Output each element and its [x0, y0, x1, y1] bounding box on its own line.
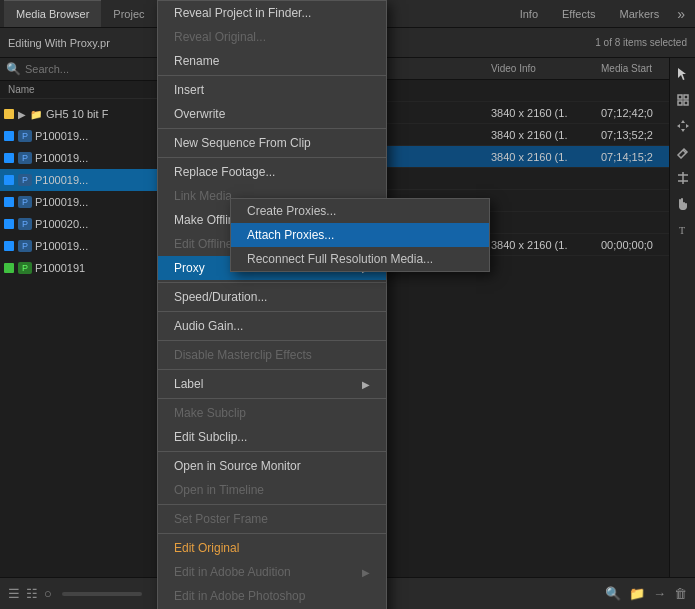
menu-disable-masterclip: Disable Masterclip Effects: [158, 343, 386, 367]
audition-arrow-icon: ▶: [362, 567, 370, 578]
clip-icon: P: [18, 152, 32, 164]
svg-marker-0: [678, 68, 686, 80]
list-item[interactable]: P P100020...: [0, 213, 164, 235]
clip-icon: P: [18, 240, 32, 252]
hand-icon[interactable]: [673, 194, 693, 214]
tree-label: P100019...: [35, 174, 88, 186]
tree-label: GH5 10 bit F: [46, 108, 108, 120]
zoom-slider[interactable]: [62, 592, 142, 596]
submenu-create-proxies[interactable]: Create Proxies...: [231, 199, 489, 223]
circle-status-icon[interactable]: ○: [44, 586, 52, 601]
name-column-header: Name: [8, 84, 35, 95]
menu-divider: [158, 504, 386, 505]
menu-insert[interactable]: Insert: [158, 78, 386, 102]
menu-label[interactable]: Label ▶: [158, 372, 386, 396]
menu-open-timeline: Open in Timeline: [158, 478, 386, 502]
grid-view-icon[interactable]: ☷: [26, 586, 38, 601]
color-dot: [4, 153, 14, 163]
list-item[interactable]: P P100019...: [0, 147, 164, 169]
svg-rect-2: [684, 95, 688, 99]
folder-icon: 📁: [29, 107, 43, 121]
color-dot: [4, 263, 14, 273]
tree-label: P100019...: [35, 196, 88, 208]
search-icon: 🔍: [6, 62, 21, 76]
move-icon[interactable]: [673, 116, 693, 136]
menu-divider: [158, 451, 386, 452]
tree-label: P100019...: [35, 130, 88, 142]
list-view-icon[interactable]: ☰: [8, 586, 20, 601]
label-arrow-icon: ▶: [362, 379, 370, 390]
trim-icon[interactable]: [673, 168, 693, 188]
arrow-status-icon[interactable]: →: [653, 586, 666, 601]
svg-rect-1: [678, 95, 682, 99]
tab-effects[interactable]: Effects: [550, 4, 607, 24]
row-videoinfo: 3840 x 2160 (1.: [491, 239, 601, 251]
clip-icon: P: [18, 218, 32, 230]
menu-audio-gain[interactable]: Audio Gain...: [158, 314, 386, 338]
menu-divider: [158, 128, 386, 129]
folder-status-icon[interactable]: 📁: [629, 586, 645, 601]
menu-rename[interactable]: Rename: [158, 49, 386, 73]
clip-icon: P: [18, 262, 32, 274]
selection-badge: 1 of 8 items selected: [595, 37, 687, 48]
list-item[interactable]: P P100019...: [0, 191, 164, 213]
menu-edit-audition: Edit in Adobe Audition ▶: [158, 560, 386, 584]
tab-markers[interactable]: Markers: [607, 4, 671, 24]
list-item[interactable]: P P100019...: [0, 235, 164, 257]
menu-speed-duration[interactable]: Speed/Duration...: [158, 285, 386, 309]
file-tree: ▶ 📁 GH5 10 bit F P P100019... P P100019.…: [0, 99, 164, 283]
svg-rect-4: [684, 101, 688, 105]
main-panel: Media Browser Projec Info Effects Marker…: [0, 0, 695, 609]
submenu-reconnect-full-res[interactable]: Reconnect Full Resolution Media...: [231, 247, 489, 271]
menu-divider: [158, 340, 386, 341]
project-name-label: Editing With Proxy.pr: [8, 37, 110, 49]
color-dot: [4, 175, 14, 185]
text-icon[interactable]: T: [673, 220, 693, 240]
clip-icon: P: [18, 174, 32, 186]
tab-more-button[interactable]: »: [671, 6, 691, 22]
menu-overwrite[interactable]: Overwrite: [158, 102, 386, 126]
menu-divider: [158, 282, 386, 283]
row-videoinfo: 3840 x 2160 (1.: [491, 107, 601, 119]
menu-reveal-project[interactable]: Reveal Project in Finder...: [158, 1, 386, 25]
svg-rect-3: [678, 101, 682, 105]
list-item[interactable]: ▶ 📁 GH5 10 bit F: [0, 103, 164, 125]
svg-text:T: T: [679, 225, 685, 236]
menu-set-poster-frame: Set Poster Frame: [158, 507, 386, 531]
tab-media-browser[interactable]: Media Browser: [4, 0, 101, 27]
menu-open-source-monitor[interactable]: Open in Source Monitor: [158, 454, 386, 478]
proxy-submenu: Create Proxies... Attach Proxies... Reco…: [230, 198, 490, 272]
context-menu: Reveal Project in Finder... Reveal Origi…: [157, 0, 387, 609]
tab-project[interactable]: Projec: [101, 0, 156, 27]
col-videoinfo-header: Video Info: [491, 63, 601, 74]
list-item[interactable]: P P100019...: [0, 169, 164, 191]
row-videoinfo: 3840 x 2160 (1.: [491, 151, 601, 163]
menu-new-sequence[interactable]: New Sequence From Clip: [158, 131, 386, 155]
menu-replace-footage[interactable]: Replace Footage...: [158, 160, 386, 184]
menu-divider: [158, 157, 386, 158]
menu-edit-original[interactable]: Edit Original: [158, 536, 386, 560]
svg-marker-8: [686, 124, 689, 128]
search-status-icon[interactable]: 🔍: [605, 586, 621, 601]
menu-divider: [158, 398, 386, 399]
menu-divider: [158, 533, 386, 534]
row-videoinfo: 3840 x 2160 (1.: [491, 129, 601, 141]
menu-edit-subclip[interactable]: Edit Subclip...: [158, 425, 386, 449]
menu-edit-photoshop: Edit in Adobe Photoshop: [158, 584, 386, 608]
submenu-attach-proxies[interactable]: Attach Proxies...: [231, 223, 489, 247]
search-input[interactable]: [25, 63, 158, 75]
menu-reveal-original: Reveal Original...: [158, 25, 386, 49]
delete-status-icon[interactable]: 🗑: [674, 586, 687, 601]
tab-info[interactable]: Info: [508, 4, 550, 24]
edit-icon[interactable]: [673, 142, 693, 162]
tree-header: Name: [0, 81, 164, 99]
color-dot: [4, 241, 14, 251]
list-item[interactable]: P P1000191: [0, 257, 164, 279]
list-item[interactable]: P P100019...: [0, 125, 164, 147]
zoom-fit-icon[interactable]: [673, 90, 693, 110]
tree-label: P100020...: [35, 218, 88, 230]
pointer-icon[interactable]: [673, 64, 693, 84]
svg-marker-6: [681, 129, 685, 132]
search-bar: 🔍: [0, 58, 164, 81]
clip-icon: P: [18, 130, 32, 142]
